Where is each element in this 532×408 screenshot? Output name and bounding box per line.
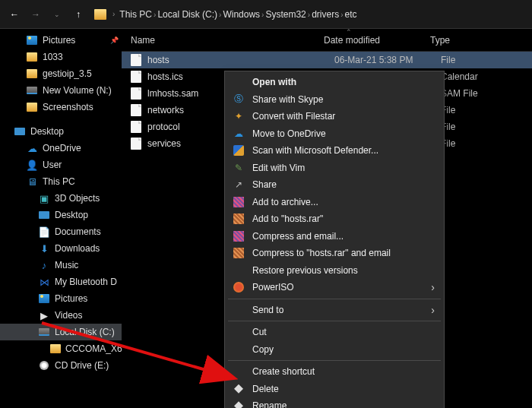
menu-item-label: Delete: [252, 384, 279, 394]
menu-item-add-to-archive-[interactable]: Add to archive...: [226, 194, 442, 211]
chevron-icon: ›: [340, 11, 343, 19]
breadcrumb-segment[interactable]: etc: [344, 8, 359, 21]
menu-item-label: Add to archive...: [252, 197, 318, 207]
menu-item-delete[interactable]: Delete: [226, 381, 442, 398]
breadcrumb[interactable]: › This PC›Local Disk (C:)›Windows›System…: [94, 9, 359, 20]
tree-item-videos[interactable]: ▶Videos: [0, 307, 122, 324]
menu-item-label: Share: [252, 179, 277, 190]
tree-item-label: Pictures: [43, 35, 75, 46]
tree-item-cccoma-x64f[interactable]: CCCOMA_X64F: [0, 340, 122, 357]
piso-icon: [233, 281, 245, 293]
tree-item-1033[interactable]: 1033: [0, 49, 122, 65]
cloud-icon: ☁: [233, 128, 245, 140]
menu-item-label: Copy: [252, 344, 274, 355]
tree-item-label: Documents: [55, 226, 101, 237]
recent-dropdown[interactable]: ⌄: [47, 5, 67, 24]
file-icon: [131, 71, 141, 83]
menu-item-cut[interactable]: Cut: [226, 324, 442, 341]
column-type[interactable]: Type: [430, 35, 532, 46]
del-icon: [233, 383, 245, 395]
menu-item-share-with-skype[interactable]: ⓈShare with Skype: [226, 91, 442, 109]
tree-item-my-bluetooth-d[interactable]: ⋈My Bluetooth D: [0, 274, 122, 290]
menu-item-send-to[interactable]: Send to: [226, 302, 442, 319]
breadcrumb-segment[interactable]: Windows: [221, 8, 261, 21]
breadcrumb-segment[interactable]: Local Disk (C:): [156, 8, 219, 21]
back-button[interactable]: ←: [5, 5, 24, 24]
up-button[interactable]: ↑: [68, 5, 88, 24]
file-date: 06-Mar-21 5:38 PM: [334, 55, 441, 65]
menu-item-share[interactable]: ↗Share: [226, 176, 442, 194]
tree-item-desktop[interactable]: Desktop: [0, 207, 122, 223]
menu-item-label: Add to "hosts.rar": [252, 213, 323, 224]
skype-icon: Ⓢ: [233, 93, 245, 106]
navigation-tree[interactable]: Pictures1033gestioip_3.5New Volume (N:)S…: [0, 29, 122, 408]
menu-item-label: Move to OneDrive: [252, 128, 326, 139]
tree-item-label: 3D Objects: [55, 193, 100, 204]
rar1-icon: [233, 196, 245, 208]
forward-button[interactable]: →: [26, 5, 46, 24]
breadcrumb-segment[interactable]: This PC: [118, 8, 154, 21]
tree-item-desktop[interactable]: Desktop: [0, 123, 122, 140]
drive-icon: [38, 326, 50, 338]
tree-item-label: Videos: [55, 310, 82, 321]
tree-item-local-disk-c-[interactable]: Local Disk (C:): [0, 324, 122, 340]
tree-item-documents[interactable]: 📄Documents: [0, 223, 122, 240]
music-icon: ♪: [38, 259, 50, 271]
menu-separator: [228, 360, 441, 361]
menu-item-label: PowerISO: [252, 282, 294, 293]
tree-item-label: My Bluetooth D: [55, 277, 117, 287]
menu-item-compress-to-hosts-rar-and-email[interactable]: Compress to "hosts.rar" and email: [226, 245, 442, 262]
folder-icon: [26, 68, 38, 80]
tree-item-label: Downloads: [55, 243, 100, 254]
tree-item-onedrive[interactable]: ☁OneDrive: [0, 140, 122, 157]
file-icon: [131, 138, 141, 150]
tree-item-user[interactable]: 👤User: [0, 157, 122, 173]
tree-item-screenshots[interactable]: Screenshots: [0, 99, 122, 115]
column-name[interactable]: Name: [131, 35, 324, 46]
tree-item-new-volume-n-[interactable]: New Volume (N:): [0, 82, 122, 99]
menu-item-edit-with-vim[interactable]: ✎Edit with Vim: [226, 160, 442, 177]
menu-item-scan-with-microsoft-defender-[interactable]: Scan with Microsoft Defender...: [226, 142, 442, 160]
tree-item-3d-objects[interactable]: ▣3D Objects: [0, 190, 122, 207]
rar2-icon: [233, 213, 245, 225]
tree-item-gestioip-3-5[interactable]: gestioip_3.5: [0, 65, 122, 82]
folder-icon: [26, 51, 38, 63]
menu-item-label: Rename: [252, 400, 287, 408]
tree-item-this-pc[interactable]: 🖥This PC: [0, 173, 122, 190]
dl-icon: ⬇: [38, 242, 50, 255]
menu-item-open-with[interactable]: Open with: [226, 74, 442, 91]
menu-item-create-shortcut[interactable]: Create shortcut: [226, 363, 442, 381]
menu-item-compress-and-email-[interactable]: Compress and email...: [226, 228, 442, 245]
user-icon: 👤: [26, 159, 38, 171]
tree-item-label: OneDrive: [43, 143, 81, 153]
tree-item-downloads[interactable]: ⬇Downloads: [0, 240, 122, 257]
tree-item-label: Local Disk (C:): [55, 327, 115, 337]
context-menu: Open withⓈShare with Skype✦Convert with …: [224, 71, 445, 408]
tree-item-pictures[interactable]: Pictures: [0, 290, 122, 307]
menu-item-convert-with-filestar[interactable]: ✦Convert with Filestar: [226, 108, 442, 125]
breadcrumb-segment[interactable]: drivers: [310, 8, 340, 21]
menu-item-restore-previous-versions[interactable]: Restore previous versions: [226, 262, 442, 280]
file-row[interactable]: hosts06-Mar-21 5:38 PMFile: [122, 52, 532, 68]
column-headers[interactable]: Name Date modified Type: [122, 29, 532, 52]
tree-item-music[interactable]: ♪Music: [0, 257, 122, 274]
file-type: File: [441, 55, 455, 65]
tree-item-pictures[interactable]: Pictures: [0, 32, 122, 49]
tree-item-label: This PC: [43, 176, 75, 187]
menu-item-add-to-hosts-rar-[interactable]: Add to "hosts.rar": [226, 210, 442, 228]
breadcrumb-segment[interactable]: System32: [264, 8, 307, 21]
rar2-icon: [233, 247, 245, 259]
tree-item-label: Screenshots: [43, 102, 93, 112]
file-icon: [131, 121, 141, 133]
menu-item-poweriso[interactable]: PowerISO: [226, 279, 442, 296]
column-date[interactable]: Date modified: [324, 35, 430, 46]
folder-icon: [26, 101, 38, 113]
doc-icon: 📄: [38, 226, 50, 238]
menu-item-label: Create shortcut: [252, 366, 315, 377]
menu-item-move-to-onedrive[interactable]: ☁Move to OneDrive: [226, 125, 442, 143]
tree-item-cd-drive-e-[interactable]: CD Drive (E:): [0, 357, 122, 374]
menu-item-rename[interactable]: Rename: [226, 397, 442, 408]
vid-icon: ▶: [38, 309, 50, 321]
menu-item-copy[interactable]: Copy: [226, 341, 442, 359]
file-icon: [131, 87, 141, 100]
